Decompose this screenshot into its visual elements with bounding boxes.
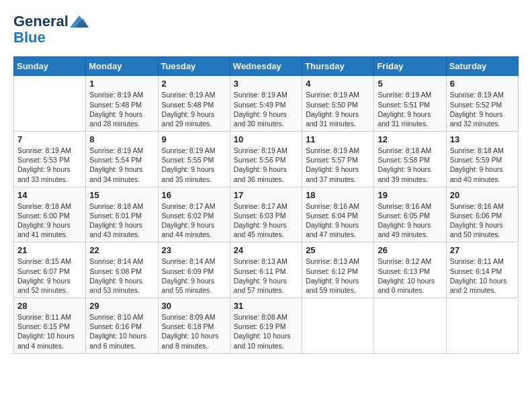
cell-info: Sunrise: 8:11 AM Sunset: 6:14 PM Dayligh… xyxy=(450,257,515,295)
day-number: 4 xyxy=(306,79,370,89)
calendar-cell: 27Sunrise: 8:11 AM Sunset: 6:14 PM Dayli… xyxy=(446,242,518,298)
weekday-header-cell: Sunday xyxy=(14,57,86,76)
cell-info: Sunrise: 8:19 AM Sunset: 5:54 PM Dayligh… xyxy=(89,146,154,184)
calendar-body: 1Sunrise: 8:19 AM Sunset: 5:48 PM Daylig… xyxy=(14,76,519,353)
cell-info: Sunrise: 8:19 AM Sunset: 5:48 PM Dayligh… xyxy=(162,90,226,128)
day-number: 2 xyxy=(162,79,226,89)
calendar-cell: 12Sunrise: 8:18 AM Sunset: 5:58 PM Dayli… xyxy=(374,132,446,187)
calendar-cell: 11Sunrise: 8:19 AM Sunset: 5:57 PM Dayli… xyxy=(302,132,374,187)
day-number: 26 xyxy=(378,245,442,255)
calendar-cell: 24Sunrise: 8:13 AM Sunset: 6:11 PM Dayli… xyxy=(230,242,302,298)
calendar-cell xyxy=(14,76,86,132)
calendar-week-row: 28Sunrise: 8:11 AM Sunset: 6:15 PM Dayli… xyxy=(14,298,519,354)
cell-info: Sunrise: 8:08 AM Sunset: 6:19 PM Dayligh… xyxy=(234,312,298,351)
calendar-cell: 13Sunrise: 8:18 AM Sunset: 5:59 PM Dayli… xyxy=(446,132,518,187)
day-number: 7 xyxy=(17,134,82,144)
cell-info: Sunrise: 8:13 AM Sunset: 6:11 PM Dayligh… xyxy=(234,257,298,295)
cell-info: Sunrise: 8:19 AM Sunset: 5:52 PM Dayligh… xyxy=(450,90,515,128)
weekday-header-cell: Saturday xyxy=(446,57,518,76)
calendar-cell: 7Sunrise: 8:19 AM Sunset: 5:53 PM Daylig… xyxy=(14,132,86,187)
logo-blue: Blue xyxy=(13,30,46,46)
calendar-cell: 9Sunrise: 8:19 AM Sunset: 5:55 PM Daylig… xyxy=(158,132,230,187)
weekday-header-row: SundayMondayTuesdayWednesdayThursdayFrid… xyxy=(14,57,519,76)
logo-icon xyxy=(70,15,89,28)
cell-info: Sunrise: 8:19 AM Sunset: 5:53 PM Dayligh… xyxy=(17,146,82,184)
day-number: 27 xyxy=(450,245,515,255)
cell-info: Sunrise: 8:16 AM Sunset: 6:04 PM Dayligh… xyxy=(306,201,370,240)
cell-info: Sunrise: 8:11 AM Sunset: 6:15 PM Dayligh… xyxy=(17,312,82,351)
calendar-cell: 19Sunrise: 8:16 AM Sunset: 6:05 PM Dayli… xyxy=(374,187,446,242)
day-number: 5 xyxy=(378,79,442,89)
cell-info: Sunrise: 8:19 AM Sunset: 5:56 PM Dayligh… xyxy=(234,146,298,184)
cell-info: Sunrise: 8:19 AM Sunset: 5:51 PM Dayligh… xyxy=(378,90,442,128)
day-number: 13 xyxy=(450,134,515,144)
calendar-cell: 30Sunrise: 8:09 AM Sunset: 6:18 PM Dayli… xyxy=(158,298,230,354)
cell-info: Sunrise: 8:19 AM Sunset: 5:49 PM Dayligh… xyxy=(234,90,298,128)
calendar-cell: 20Sunrise: 8:16 AM Sunset: 6:06 PM Dayli… xyxy=(446,187,518,242)
weekday-header-cell: Monday xyxy=(86,57,158,76)
day-number: 23 xyxy=(162,245,226,255)
logo: General Blue xyxy=(13,13,89,46)
weekday-header-cell: Wednesday xyxy=(230,57,302,76)
cell-info: Sunrise: 8:19 AM Sunset: 5:55 PM Dayligh… xyxy=(162,146,226,184)
day-number: 25 xyxy=(306,245,370,255)
day-number: 11 xyxy=(306,134,370,144)
cell-info: Sunrise: 8:19 AM Sunset: 5:50 PM Dayligh… xyxy=(306,90,370,128)
cell-info: Sunrise: 8:18 AM Sunset: 5:59 PM Dayligh… xyxy=(450,146,515,184)
cell-info: Sunrise: 8:18 AM Sunset: 5:58 PM Dayligh… xyxy=(378,146,442,184)
day-number: 1 xyxy=(89,79,154,89)
day-number: 10 xyxy=(234,134,298,144)
day-number: 18 xyxy=(306,190,370,200)
cell-info: Sunrise: 8:18 AM Sunset: 6:01 PM Dayligh… xyxy=(89,201,154,240)
calendar-header: SundayMondayTuesdayWednesdayThursdayFrid… xyxy=(14,57,519,76)
weekday-header-cell: Tuesday xyxy=(158,57,230,76)
day-number: 9 xyxy=(162,134,226,144)
calendar-cell: 21Sunrise: 8:15 AM Sunset: 6:07 PM Dayli… xyxy=(14,242,86,298)
calendar-cell: 16Sunrise: 8:17 AM Sunset: 6:02 PM Dayli… xyxy=(158,187,230,242)
logo-general: General xyxy=(13,13,69,30)
calendar-cell: 26Sunrise: 8:12 AM Sunset: 6:13 PM Dayli… xyxy=(374,242,446,298)
cell-info: Sunrise: 8:16 AM Sunset: 6:05 PM Dayligh… xyxy=(378,201,442,240)
calendar-week-row: 14Sunrise: 8:18 AM Sunset: 6:00 PM Dayli… xyxy=(14,187,519,242)
calendar-cell xyxy=(302,298,374,354)
page-header: General Blue xyxy=(13,13,519,46)
cell-info: Sunrise: 8:10 AM Sunset: 6:16 PM Dayligh… xyxy=(89,312,154,351)
calendar-cell: 1Sunrise: 8:19 AM Sunset: 5:48 PM Daylig… xyxy=(86,76,158,132)
day-number: 19 xyxy=(378,190,442,200)
day-number: 12 xyxy=(378,134,442,144)
day-number: 17 xyxy=(234,190,298,200)
calendar-cell: 17Sunrise: 8:17 AM Sunset: 6:03 PM Dayli… xyxy=(230,187,302,242)
calendar-week-row: 7Sunrise: 8:19 AM Sunset: 5:53 PM Daylig… xyxy=(14,132,519,187)
cell-info: Sunrise: 8:17 AM Sunset: 6:03 PM Dayligh… xyxy=(234,201,298,240)
calendar-cell: 8Sunrise: 8:19 AM Sunset: 5:54 PM Daylig… xyxy=(86,132,158,187)
calendar-cell: 25Sunrise: 8:13 AM Sunset: 6:12 PM Dayli… xyxy=(302,242,374,298)
calendar-cell: 15Sunrise: 8:18 AM Sunset: 6:01 PM Dayli… xyxy=(86,187,158,242)
cell-info: Sunrise: 8:17 AM Sunset: 6:02 PM Dayligh… xyxy=(162,201,226,240)
day-number: 28 xyxy=(17,301,82,311)
calendar-cell: 22Sunrise: 8:14 AM Sunset: 6:08 PM Dayli… xyxy=(86,242,158,298)
cell-info: Sunrise: 8:14 AM Sunset: 6:08 PM Dayligh… xyxy=(89,257,154,295)
calendar-cell xyxy=(446,298,518,354)
cell-info: Sunrise: 8:14 AM Sunset: 6:09 PM Dayligh… xyxy=(162,257,226,295)
day-number: 31 xyxy=(234,301,298,311)
calendar-cell: 2Sunrise: 8:19 AM Sunset: 5:48 PM Daylig… xyxy=(158,76,230,132)
day-number: 14 xyxy=(17,190,82,200)
calendar-cell: 3Sunrise: 8:19 AM Sunset: 5:49 PM Daylig… xyxy=(230,76,302,132)
weekday-header-cell: Thursday xyxy=(302,57,374,76)
day-number: 8 xyxy=(89,134,154,144)
day-number: 22 xyxy=(89,245,154,255)
day-number: 20 xyxy=(450,190,515,200)
day-number: 21 xyxy=(17,245,82,255)
cell-info: Sunrise: 8:16 AM Sunset: 6:06 PM Dayligh… xyxy=(450,201,515,240)
calendar-week-row: 21Sunrise: 8:15 AM Sunset: 6:07 PM Dayli… xyxy=(14,242,519,298)
calendar-cell: 23Sunrise: 8:14 AM Sunset: 6:09 PM Dayli… xyxy=(158,242,230,298)
cell-info: Sunrise: 8:13 AM Sunset: 6:12 PM Dayligh… xyxy=(306,257,370,295)
day-number: 24 xyxy=(234,245,298,255)
calendar-week-row: 1Sunrise: 8:19 AM Sunset: 5:48 PM Daylig… xyxy=(14,76,519,132)
calendar-cell: 18Sunrise: 8:16 AM Sunset: 6:04 PM Dayli… xyxy=(302,187,374,242)
calendar-table: SundayMondayTuesdayWednesdayThursdayFrid… xyxy=(13,56,519,353)
cell-info: Sunrise: 8:09 AM Sunset: 6:18 PM Dayligh… xyxy=(162,312,226,351)
calendar-cell xyxy=(374,298,446,354)
calendar-cell: 6Sunrise: 8:19 AM Sunset: 5:52 PM Daylig… xyxy=(446,76,518,132)
calendar-cell: 5Sunrise: 8:19 AM Sunset: 5:51 PM Daylig… xyxy=(374,76,446,132)
